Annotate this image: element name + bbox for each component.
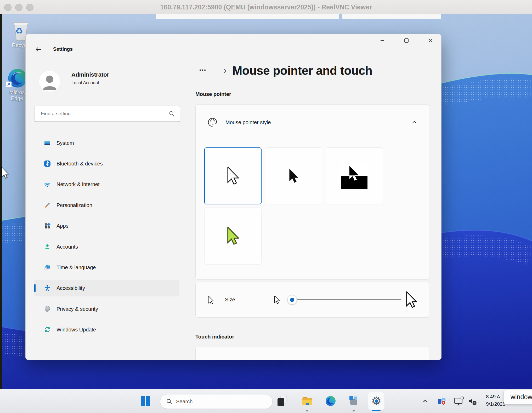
- edge-taskbar-button[interactable]: [325, 395, 336, 407]
- sidebar-item-label: System: [56, 140, 74, 146]
- account-avatar[interactable]: [39, 71, 60, 92]
- running-app-dot: [306, 410, 308, 411]
- green-cursor-icon: [227, 227, 239, 245]
- display-status-icon[interactable]: [454, 397, 464, 406]
- sidebar-item-label: Network & internet: [56, 181, 100, 187]
- admin-tools-button[interactable]: [348, 395, 359, 407]
- tray-app-status-icon[interactable]: [437, 397, 446, 405]
- sidebar-item-label: Windows Update: [56, 327, 96, 333]
- sidebar-item-privacy[interactable]: Privacy & security: [34, 301, 179, 317]
- breadcrumb-chevron-icon: [222, 68, 228, 74]
- toast-notification[interactable]: window: [503, 390, 532, 404]
- sidebar-item-personalization[interactable]: Personalization: [34, 197, 179, 214]
- sidebar-item-apps[interactable]: Apps: [34, 217, 179, 234]
- card-divider: [196, 141, 429, 141]
- slider-thumb-dot: [290, 298, 294, 302]
- globe-clock-icon: [44, 264, 51, 271]
- account-name: Administrator: [71, 71, 109, 78]
- desktop-app-button[interactable]: [276, 395, 288, 407]
- window-title: Settings: [53, 46, 73, 52]
- sidebar-item-accounts[interactable]: Accounts: [34, 238, 179, 255]
- sidebar-item-bluetooth[interactable]: Bluetooth & devices: [34, 155, 179, 172]
- screen-left-edge: [0, 14, 2, 413]
- sidebar-item-label: Accounts: [56, 244, 78, 250]
- taskbar-search-label: Search: [176, 399, 193, 405]
- sidebar-item-system[interactable]: System: [34, 135, 179, 151]
- sidebar-item-label: Personalization: [56, 202, 92, 208]
- update-icon: [44, 326, 51, 333]
- accounts-icon: [44, 243, 51, 250]
- screen-top-strip: [342, 14, 441, 19]
- maximize-button[interactable]: [400, 35, 412, 46]
- brush-icon: [44, 202, 51, 209]
- pointer-style-custom-green[interactable]: [204, 208, 262, 265]
- pointer-style-black[interactable]: [265, 147, 322, 204]
- palette-icon: [207, 117, 218, 128]
- sidebar-item-label: Bluetooth & devices: [56, 161, 103, 167]
- chevron-up-icon[interactable]: [411, 119, 418, 125]
- minimize-button[interactable]: [376, 35, 388, 46]
- size-slider-thumb[interactable]: [287, 295, 297, 305]
- slider-min-cursor-icon: [274, 296, 280, 304]
- sidebar-item-windows-update[interactable]: Windows Update: [34, 321, 179, 338]
- screen-top-strip: [156, 14, 339, 19]
- touch-indicator-section-header: Touch indicator: [195, 334, 234, 340]
- vnc-titlebar: 160.79.117.202:5900 (QEMU (windowsserver…: [0, 0, 532, 14]
- gear-center-dot: [375, 399, 378, 403]
- sidebar-item-label: Accessibility: [56, 285, 85, 291]
- settings-window: Settings Administrator Local Account Sys…: [25, 34, 442, 360]
- wifi-icon: [44, 181, 51, 188]
- taskbar: Search ⚙: [0, 389, 532, 413]
- file-explorer-button[interactable]: [302, 395, 313, 407]
- pointer-style-white[interactable]: [204, 147, 262, 204]
- taskbar-search[interactable]: Search: [160, 394, 273, 409]
- mouse-pointer-style-card: Mouse pointer style: [195, 104, 429, 280]
- inverted-cursor-preview: [341, 163, 367, 189]
- style-card-header[interactable]: Mouse pointer style: [196, 105, 429, 141]
- settings-search-input[interactable]: [40, 111, 169, 117]
- style-card-label: Mouse pointer style: [225, 119, 271, 125]
- size-slider-track[interactable]: [288, 299, 401, 300]
- start-button[interactable]: [140, 396, 150, 406]
- person-icon: [39, 71, 60, 92]
- vnc-viewer-screen: 160.79.117.202:5900 (QEMU (windowsserver…: [0, 0, 532, 413]
- sidebar-item-label: Privacy & security: [56, 306, 98, 312]
- system-icon: [44, 140, 51, 146]
- search-icon[interactable]: [169, 111, 175, 117]
- shield-icon: [44, 306, 51, 312]
- touch-indicator-card[interactable]: [195, 347, 429, 360]
- pointer-size-card: Size: [195, 282, 429, 318]
- size-label: Size: [225, 297, 235, 303]
- settings-search-box: [34, 106, 180, 122]
- selected-indicator: [34, 284, 36, 292]
- small-cursor-icon: [208, 296, 214, 305]
- pointer-style-inverted[interactable]: [326, 147, 383, 204]
- breadcrumb-ellipsis-button[interactable]: •••: [199, 67, 210, 76]
- account-type: Local Account: [71, 80, 99, 85]
- sidebar-item-accessibility[interactable]: Accessibility: [34, 280, 179, 296]
- white-cursor-icon: [227, 167, 239, 185]
- close-icon: [427, 37, 434, 44]
- shortcut-arrow-badge: ↗: [6, 82, 12, 87]
- accessibility-icon: [44, 285, 51, 291]
- mouse-pointer-section-header: Mouse pointer: [195, 91, 231, 97]
- close-button[interactable]: [425, 35, 437, 46]
- tray-chevron-up-icon[interactable]: [422, 398, 429, 404]
- search-icon: [166, 398, 172, 405]
- sidebar-item-label: Time & language: [56, 265, 96, 271]
- back-button[interactable]: [33, 45, 43, 54]
- sidebar-item-label: Apps: [56, 223, 69, 229]
- apps-icon: [44, 222, 51, 229]
- page-title: Mouse pointer and touch: [232, 64, 372, 78]
- volume-muted-icon[interactable]: [468, 397, 477, 405]
- settings-taskbar-button[interactable]: ⚙: [368, 392, 385, 410]
- sidebar-item-time-language[interactable]: Time & language: [34, 259, 179, 276]
- window-controls: [376, 35, 437, 46]
- recycle-symbol-icon: ♻: [15, 26, 23, 36]
- black-cursor-icon: [289, 168, 299, 183]
- back-arrow-icon: [35, 46, 42, 53]
- active-app-indicator: [372, 410, 381, 411]
- bluetooth-icon: [44, 160, 51, 167]
- sidebar-item-network[interactable]: Network & internet: [34, 176, 179, 193]
- vnc-window-title: 160.79.117.202:5900 (QEMU (windowsserver…: [0, 0, 532, 14]
